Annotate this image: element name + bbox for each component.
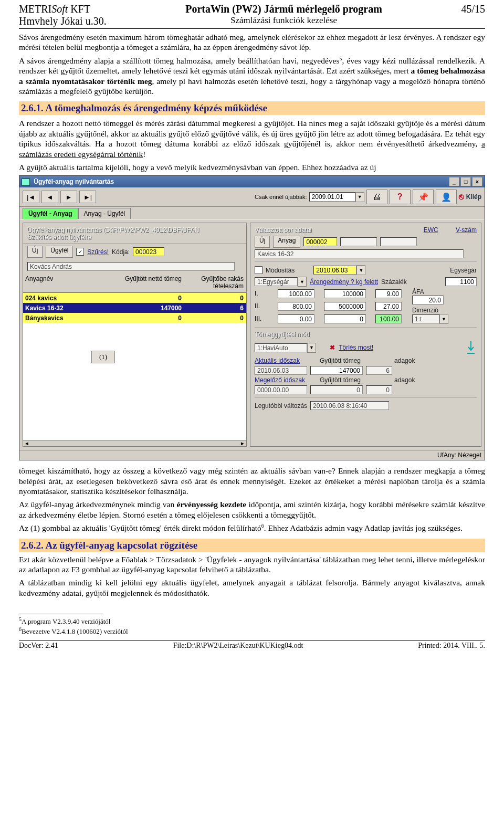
meg-gyt: 0 (310, 385, 363, 394)
overlay-button-1[interactable]: (1) (91, 351, 115, 363)
db-path-label: Ügyfél-anyag nyilvántartás (D:\R\PW2\PW2… (27, 226, 242, 234)
masscollect-combo[interactable]: 1:HaviAuto (255, 343, 307, 352)
validity-date[interactable]: 2010.06.03 (313, 266, 356, 275)
print-icon[interactable]: 🖨 (366, 190, 387, 204)
heading-261: 2.6.1. A tömeghalmozás és árengedmény ké… (19, 101, 485, 115)
table-row[interactable]: 024 kavics 0 0 (23, 293, 246, 303)
masscollect-icon[interactable]: ▼ (307, 343, 316, 353)
row-I-lbl: I. (255, 290, 274, 297)
row-II-b[interactable]: 5000000 (324, 302, 366, 311)
row-III-c[interactable]: 100.00 (375, 314, 402, 323)
minimize-button[interactable]: _ (449, 177, 459, 186)
nav-first-button[interactable]: |◄ (23, 191, 39, 203)
customer-button[interactable]: Ügyfél (46, 246, 73, 258)
unit-combo[interactable]: 1:Egységár (255, 277, 298, 286)
lastchange-label: Legutóbbi változás (255, 402, 307, 410)
unit-combo-icon[interactable]: ▼ (298, 277, 307, 287)
row-I-b[interactable]: 100000 (324, 289, 366, 298)
col-gyujtott-tomeg: Gyűjtött nettó tömeg (117, 273, 184, 292)
delete-now-button[interactable]: ✖ Törlés most! (330, 344, 373, 351)
nav-next-button[interactable]: ► (60, 191, 77, 203)
filter-link[interactable]: Szűrés! (87, 248, 109, 256)
unitprice-input[interactable]: 1100 (445, 277, 477, 286)
co-it: Soft (51, 3, 68, 15)
footer-docver: DocVer: 2.41 (19, 642, 58, 650)
exit-icon: ⎋ (459, 192, 464, 202)
footnote-5: 5A program V2.3.9.40 verziójától (19, 616, 485, 626)
status-bar: UfAny: Nézeget (19, 450, 485, 460)
para-4: A gyűjtő aktuális tartalma kijelöli, hog… (19, 162, 485, 172)
col-tetelszam: Gyűjtőbe rakás tételeszám (184, 273, 246, 292)
co-pre: METRI (19, 3, 51, 15)
pin-icon[interactable]: 📌 (413, 190, 434, 204)
vat-input[interactable]: 20.0 (412, 296, 444, 304)
row-II-lbl: II. (255, 302, 274, 310)
close-button[interactable]: × (472, 177, 482, 186)
material-code[interactable]: 000002 (303, 237, 337, 246)
footer-printed: Printed: 2014. VIII.. 5. (418, 642, 485, 650)
user-icon[interactable]: 👤 (436, 190, 457, 204)
date-filter-input[interactable]: 2009.01.01 (309, 192, 355, 202)
para-7: Az (1) gombbal az aktuális 'Gyűjtött töm… (19, 523, 485, 533)
row-I-a[interactable]: 1000.00 (278, 289, 314, 298)
date-dropdown-icon[interactable]: ▼ (355, 192, 364, 202)
para-2: A sávos árengedmény alapja a szállított … (19, 56, 485, 97)
filter-label: Szűkítés adott ügyfélre (27, 234, 242, 241)
row-II-c[interactable]: 27.00 (375, 302, 402, 311)
row-III-b[interactable]: 0 (324, 314, 366, 323)
row-II-a[interactable]: 800.00 (278, 302, 314, 311)
maximize-button[interactable]: □ (460, 177, 471, 186)
refresh-icon[interactable] (465, 340, 477, 355)
exit-button[interactable]: ⎋ Kilép (459, 192, 481, 202)
akt-date: 2010.06.03 (255, 366, 307, 375)
dim-combo-icon[interactable]: ▼ (439, 314, 448, 324)
dim-combo[interactable]: 1:t (412, 314, 439, 323)
help-icon[interactable]: ? (390, 190, 411, 204)
meg-period-label: Megelőző időszak (255, 376, 312, 384)
table-row[interactable]: Bányakavics 0 0 (23, 313, 246, 323)
nav-last-button[interactable]: ►| (79, 191, 96, 203)
percent-label: Százalék (381, 278, 407, 286)
unitprice-label: Egységár (450, 267, 477, 274)
vszam-link[interactable]: V-szám (456, 226, 477, 234)
vszam-input[interactable] (380, 237, 417, 246)
h-scrollbar[interactable]: ◄► (23, 440, 246, 446)
co-post: KFT (68, 3, 90, 15)
hdr-company: METRISoft KFT (19, 3, 107, 15)
hdr-subtitle: Számlázási funkciók kezelése (185, 15, 382, 26)
ewc-link[interactable]: EWC (424, 226, 438, 234)
adag-label: adagok (394, 357, 415, 364)
lastchange-value: 2010.06.03 8:16:40 (310, 401, 389, 410)
modify-label: Módosítás (266, 267, 295, 274)
para-8: Ezt akár közvetlenül belépve a Főablak >… (19, 554, 485, 575)
gyt-label: Gyűjtött tömeg (320, 357, 361, 364)
code-input[interactable]: 000023 (133, 247, 164, 256)
table-row[interactable]: Kavics 16-32 147000 6 (23, 303, 246, 313)
tab-anyag-ugyfel[interactable]: Anyag - Ügyfél (78, 208, 131, 219)
heading-262: 2.6.2. Az ügyfél-anyag kapcsolat rögzíté… (19, 539, 485, 552)
new-right-button[interactable]: Új (255, 236, 270, 248)
discount-label: Árengedmény ? kg felett (310, 278, 378, 286)
material-button[interactable]: Anyag (273, 236, 300, 248)
row-III-lbl: III. (255, 315, 274, 322)
newer-than-label: Csak ennél újabbak: (255, 194, 307, 200)
row-III-a[interactable]: 0.00 (278, 314, 314, 323)
footer-file: File:D:\R\PW2\Leiras\Kezut\KUKieg04.odt (173, 642, 303, 650)
para-1: Sávos árengedmény esetén maximum három t… (19, 32, 485, 52)
modify-checkbox[interactable] (255, 266, 262, 274)
date-dd-icon[interactable]: ▼ (356, 265, 365, 275)
nav-prev-button[interactable]: ◄ (41, 191, 58, 203)
masscollect-label: Tömeggyűjtési mód (255, 331, 477, 338)
para-5: tömeget kiszámítható, hogy az összeg a k… (19, 466, 485, 496)
row-I-c[interactable]: 9.00 (375, 289, 402, 298)
new-button[interactable]: Új (27, 246, 43, 258)
ewc-input[interactable] (340, 237, 377, 246)
akt-period-label: Aktuális időszak (255, 357, 312, 364)
tab-ugyfel-anyag[interactable]: Ügyfél - Anyag (23, 208, 78, 219)
para-3: A rendszer a hozott nettó tömeggel és mé… (19, 118, 485, 159)
filter-checkbox[interactable]: ✓ (76, 248, 84, 256)
footnote-6: 6Bevezetve V2.4.1.8 (100602) verziótól (19, 626, 485, 636)
akt-gyt[interactable]: 147000 (310, 366, 363, 375)
app-window: Ügyfél-anyag nyilvántartás _ □ × |◄ ◄ ► … (19, 175, 485, 460)
hdr-address: Hmvhely Jókai u.30. (19, 15, 107, 27)
